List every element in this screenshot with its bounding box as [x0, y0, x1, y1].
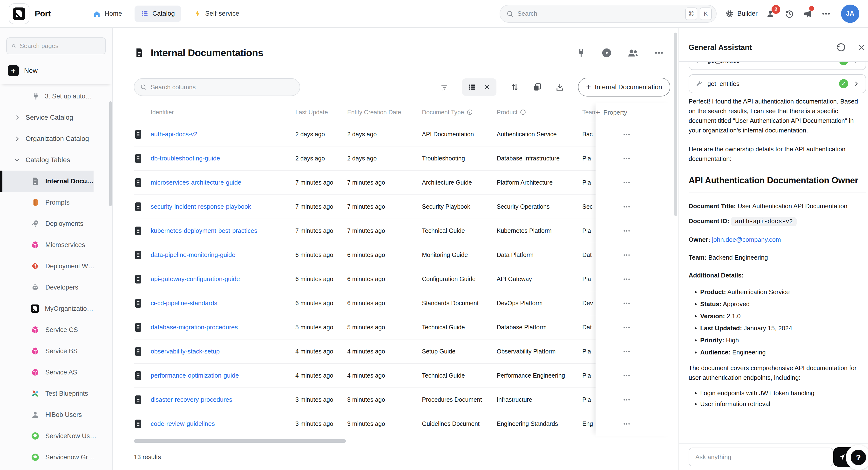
column-header-entity-creation-date[interactable]: Entity Creation Date	[347, 109, 422, 116]
row-identifier-link[interactable]: disaster-recovery-procedures	[151, 396, 296, 403]
sidebar-item-test-blueprints[interactable]: Test Blueprints	[0, 383, 88, 404]
close-panel-button[interactable]	[857, 43, 866, 52]
global-search-input[interactable]	[518, 10, 681, 18]
port-logo-button[interactable]	[9, 3, 29, 24]
sidebar-item-hibob-users[interactable]: HiBob Users	[0, 404, 82, 425]
clear-view-button[interactable]	[484, 84, 491, 91]
download-button[interactable]	[555, 83, 564, 92]
tool-call-chip[interactable]: get_entities ✓	[689, 62, 866, 70]
table-row[interactable]: performance-optimization-guide 4 minutes…	[134, 363, 673, 388]
row-actions-button[interactable]	[595, 388, 673, 412]
permissions-users-button[interactable]	[627, 47, 639, 58]
column-header-document-type[interactable]: Document Type	[422, 109, 497, 116]
row-actions-button[interactable]	[595, 291, 673, 315]
columns-search[interactable]	[134, 78, 300, 96]
nav-item-catalog[interactable]: Catalog	[134, 5, 181, 22]
table-row[interactable]: security-incident-response-playbook 7 mi…	[134, 195, 673, 219]
row-actions-button[interactable]	[595, 315, 673, 340]
tour-play-button[interactable]	[601, 48, 612, 58]
more-options-button[interactable]	[821, 9, 831, 19]
sidebar-item-deployments[interactable]: Deployments	[0, 213, 84, 234]
row-identifier-link[interactable]: db-troubleshooting-guide	[151, 155, 296, 162]
table-row[interactable]: api-gateway-configuration-guide 6 minute…	[134, 267, 673, 291]
ask-anything-input[interactable]	[689, 447, 833, 466]
builder-button[interactable]: Builder	[725, 9, 757, 18]
table-row[interactable]: data-pipeline-monitoring-guide 6 minutes…	[134, 243, 673, 267]
row-identifier-link[interactable]: data-pipeline-monitoring-guide	[151, 251, 296, 259]
global-search[interactable]: ⌘ K	[500, 5, 717, 23]
row-actions-button[interactable]	[595, 267, 673, 291]
table-row[interactable]: ci-cd-pipeline-standards 6 minutes ago 6…	[134, 291, 673, 315]
sidebar-item-service-as[interactable]: Service AS	[0, 362, 77, 383]
sidebar-group-organization-catalog[interactable]: Organization Catalog	[0, 128, 89, 149]
row-identifier-link[interactable]: code-review-guidelines	[151, 420, 296, 428]
row-actions-button[interactable]	[595, 195, 673, 219]
row-identifier-link[interactable]: performance-optimization-guide	[151, 372, 296, 379]
sidebar-item-my-organization[interactable]: MyOrganizatio…	[0, 298, 93, 319]
sidebar-scrollbar[interactable]	[109, 101, 112, 206]
sidebar-item-servicenow-groups[interactable]: Servicenow Gr…	[0, 447, 94, 468]
table-row[interactable]: observability-stack-setup 4 minutes ago …	[134, 340, 673, 363]
row-actions-button[interactable]	[595, 412, 673, 436]
row-actions-button[interactable]	[595, 363, 673, 388]
reset-conversation-button[interactable]	[836, 43, 846, 52]
horizontal-scrollbar[interactable]	[134, 439, 346, 443]
tool-call-chip[interactable]: get_entities ✓	[689, 74, 866, 93]
audit-log-button[interactable]	[784, 9, 794, 19]
table-row[interactable]: microservices-architecture-guide 7 minut…	[134, 171, 673, 195]
nav-item-home[interactable]: Home	[87, 5, 128, 22]
columns-search-input[interactable]	[151, 84, 294, 91]
new-page-button[interactable]: + New	[6, 63, 39, 79]
sidebar-item-internal-documentations[interactable]: Internal Docu…	[0, 171, 94, 192]
sidebar-item-microservices[interactable]: Microservices	[0, 234, 85, 256]
table-row[interactable]: db-troubleshooting-guide 2 days ago 2 da…	[134, 146, 673, 171]
row-identifier-link[interactable]: database-migration-procedures	[151, 324, 296, 331]
table-row[interactable]: database-migration-procedures 5 minutes …	[134, 315, 673, 340]
table-row[interactable]: disaster-recovery-procedures 3 minutes a…	[134, 388, 673, 412]
row-identifier-link[interactable]: security-incident-response-playbook	[151, 203, 296, 210]
row-actions-button[interactable]	[595, 171, 673, 195]
table-row[interactable]: kubernetes-deployment-best-practices 7 m…	[134, 219, 673, 243]
sidebar-item-service-bs[interactable]: Service BS	[0, 341, 78, 362]
row-identifier-link[interactable]: observability-stack-setup	[151, 348, 296, 355]
user-avatar[interactable]: JA	[841, 5, 859, 23]
sidebar-item-prompts[interactable]: Prompts	[0, 192, 70, 213]
row-actions-button[interactable]	[595, 146, 673, 171]
table-row[interactable]: code-review-guidelines 3 minutes ago 3 m…	[134, 412, 673, 436]
nav-item-self-service[interactable]: Self-service	[187, 5, 245, 22]
sort-button[interactable]	[510, 83, 519, 92]
sidebar-item-service-cs[interactable]: Service CS	[0, 319, 78, 341]
owner-email-link[interactable]: john.doe@company.com	[712, 236, 781, 243]
invite-users-button[interactable]: 2	[766, 9, 776, 19]
row-identifier-link[interactable]: kubernetes-deployment-best-practices	[151, 227, 296, 235]
column-header-product[interactable]: Product	[497, 109, 582, 116]
announcements-button[interactable]	[803, 9, 812, 19]
list-view-button[interactable]	[468, 83, 476, 91]
sidebar-group-service-catalog[interactable]: Service Catalog	[0, 107, 73, 128]
row-actions-button[interactable]	[595, 243, 673, 267]
sidebar-search[interactable]	[6, 37, 106, 54]
filter-button[interactable]	[440, 83, 449, 91]
data-sources-button[interactable]	[576, 48, 586, 58]
sidebar-search-input[interactable]	[20, 42, 100, 50]
add-property-button[interactable]: + Property	[595, 102, 627, 122]
table-row[interactable]: auth-api-docs-v2 2 days ago 2 days ago A…	[134, 122, 673, 146]
copy-button[interactable]	[533, 83, 542, 92]
sidebar-group-catalog-tables[interactable]: Catalog Tables	[0, 149, 70, 171]
main-scrollbar[interactable]	[674, 33, 677, 216]
add-internal-documentation-button[interactable]: + Internal Documentation	[578, 78, 670, 96]
row-identifier-link[interactable]: ci-cd-pipeline-standards	[151, 299, 296, 307]
row-actions-button[interactable]	[595, 122, 673, 146]
column-header-identifier[interactable]: Identifier	[151, 109, 296, 116]
row-actions-button[interactable]	[595, 219, 673, 243]
column-header-last-update[interactable]: Last Update	[296, 109, 347, 116]
row-identifier-link[interactable]: api-gateway-configuration-guide	[151, 275, 296, 283]
row-identifier-link[interactable]: auth-api-docs-v2	[151, 130, 296, 138]
sidebar-item-setup-auto[interactable]: 3. Set up auto…	[0, 86, 92, 107]
page-more-options-button[interactable]	[654, 48, 664, 58]
row-actions-button[interactable]	[595, 340, 673, 363]
sidebar-item-deployment-workflow[interactable]: Deployment W…	[0, 256, 94, 277]
sidebar-item-servicenow-users[interactable]: ServiceNow Us…	[0, 425, 96, 447]
row-identifier-link[interactable]: microservices-architecture-guide	[151, 179, 296, 186]
sidebar-item-developers[interactable]: Developers	[0, 277, 79, 298]
